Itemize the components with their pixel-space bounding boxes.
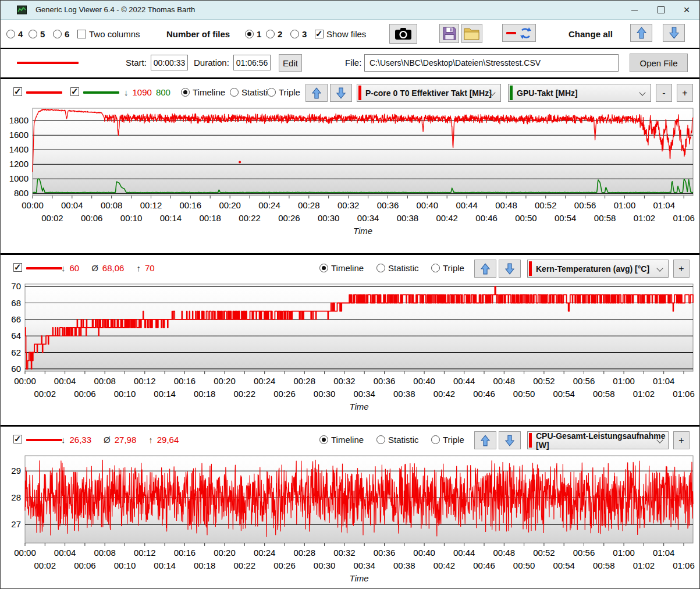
series1-visible-checkbox[interactable] [13,263,22,272]
chart-core-temperature[interactable]: 60626466687000:0000:0200:0400:0600:0800:… [1,279,700,414]
radio-icon[interactable] [6,30,15,38]
checkbox-icon[interactable] [13,87,22,96]
panel3-view-timeline[interactable]: Timeline [319,435,364,445]
file-count-radio-3[interactable]: 3 [290,29,307,39]
panel1-signal2-dropdown[interactable]: GPU-Takt [MHz] [508,84,651,102]
panel2-move-up-button[interactable] [474,260,496,278]
radio-icon[interactable] [376,435,385,444]
radio-icon[interactable] [319,435,328,444]
panel1-add-signal-button[interactable]: + [677,84,693,102]
panel2-view-timeline[interactable]: Timeline [319,263,364,273]
svg-text:00:40: 00:40 [413,376,435,386]
layout-radio-5[interactable]: 5 [29,29,45,39]
panel3-move-down-button[interactable] [499,431,521,449]
svg-text:00:26: 00:26 [273,560,296,570]
panel2-view-triple[interactable]: Triple [431,263,464,273]
minimize-button[interactable] [624,2,644,18]
duration-input[interactable] [233,55,271,70]
file-row: Start: Duration: Edit File: Open File [1,49,699,79]
panel3-add-signal-button[interactable]: + [673,431,690,449]
svg-text:70: 70 [11,281,21,291]
series1-color-sample [26,439,62,441]
open-folder-button[interactable] [461,24,482,43]
chart-cpu-gpu-clock[interactable]: 8001000120014001600180000:0000:0200:0400… [1,104,700,239]
panel1-move-down-button[interactable] [330,84,352,102]
svg-text:60: 60 [11,364,21,374]
svg-text:00:24: 00:24 [258,200,280,210]
svg-text:64: 64 [11,331,21,340]
checkbox-icon[interactable] [13,263,22,272]
panel1-view-statistic[interactable]: Statistic [230,87,272,97]
close-button[interactable]: × [677,2,697,18]
file-count-radio-2[interactable]: 2 [266,29,282,39]
reload-curves-button[interactable] [502,24,536,42]
radio-icon[interactable] [266,30,275,38]
svg-text:01:02: 01:02 [633,560,655,570]
svg-text:00:36: 00:36 [374,548,396,558]
panel3-view-statistic[interactable]: Statistic [376,435,419,445]
radio-icon[interactable] [376,264,385,272]
file-label: File: [345,58,361,68]
change-all-down-button[interactable] [663,24,685,42]
checkbox-icon[interactable] [315,30,324,38]
radio-icon[interactable] [230,88,239,97]
save-button[interactable] [439,24,459,43]
refresh-lines-icon [506,26,532,40]
radio-icon[interactable] [53,30,62,38]
panel1-signal1-dropdown[interactable]: P-core 0 T0 Effektiver Takt [MHz] [357,84,501,102]
file-path-input[interactable] [364,54,619,72]
series1-visible-checkbox[interactable] [13,435,22,443]
radio-icon[interactable] [29,30,37,38]
svg-text:00:48: 00:48 [493,548,516,558]
window-title: Generic Log Viewer 6.4 - © 2022 Thomas B… [35,5,195,14]
svg-text:00:32: 00:32 [333,376,356,386]
edit-button[interactable]: Edit [279,54,302,72]
panel1-view-triple[interactable]: Triple [267,87,300,97]
panel2-signal-dropdown[interactable]: Kern-Temperaturen (avg) [°C] [527,260,669,278]
radio-icon[interactable] [267,88,276,97]
layout-radio-4[interactable]: 4 [6,29,23,39]
file-count-radio-1[interactable]: 1 [245,29,261,39]
checkbox-icon[interactable] [13,435,22,443]
two-columns-checkbox[interactable]: Two columns [77,29,140,39]
screenshot-button[interactable] [389,24,417,44]
dropdown-color-stripe [510,86,513,100]
radio-icon[interactable] [319,264,328,272]
checkbox-icon[interactable] [77,30,86,38]
svg-text:00:24: 00:24 [254,548,276,558]
layout-radio-6[interactable]: 6 [53,29,69,39]
show-files-checkbox[interactable]: Show files [315,29,366,39]
svg-text:00:12: 00:12 [134,376,156,386]
panel2-move-down-button[interactable] [499,260,521,278]
change-all-up-button[interactable] [630,24,652,42]
radio-icon[interactable] [431,264,440,272]
panel3-move-up-button[interactable] [474,431,496,449]
chart-cpu-power[interactable]: 27282900:0000:0200:0400:0600:0800:1000:1… [1,451,700,586]
radio-icon[interactable] [290,30,299,38]
stat-max: 29,64 [157,435,179,445]
radio-icon[interactable] [245,30,254,38]
svg-text:00:42: 00:42 [436,213,458,223]
svg-text:00:18: 00:18 [199,213,221,223]
panel2-add-signal-button[interactable]: + [673,260,690,278]
maximize-icon [658,6,665,13]
svg-text:01:00: 01:00 [613,376,635,386]
panel1-remove-signal-button[interactable]: - [656,84,672,102]
panel2-view-statistic[interactable]: Statistic [376,263,419,273]
series2-visible-checkbox[interactable] [70,87,79,96]
arrow-down-icon [336,87,346,99]
radio-icon[interactable] [181,88,190,97]
maximize-button[interactable] [651,2,671,18]
series1-visible-checkbox[interactable] [13,87,22,96]
svg-text:00:44: 00:44 [453,548,475,558]
start-time-input[interactable] [151,55,188,70]
panel1-view-timeline[interactable]: Timeline [181,87,225,97]
panel3-signal-dropdown[interactable]: CPU-Gesamt-Leistungsaufnahme [W] [527,431,669,449]
max-arrow: ↑ [148,435,153,445]
svg-text:00:56: 00:56 [573,548,595,558]
panel1-move-up-button[interactable] [305,84,328,102]
radio-icon[interactable] [431,435,440,444]
open-file-button[interactable]: Open File [630,54,688,72]
panel3-view-triple[interactable]: Triple [431,435,464,445]
checkbox-icon[interactable] [70,87,79,96]
